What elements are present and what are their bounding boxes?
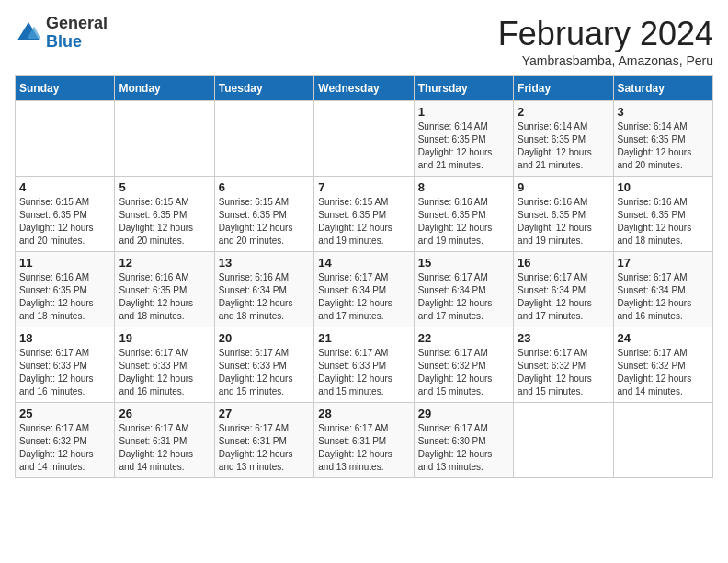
day-number: 7 <box>318 180 409 194</box>
day-number: 28 <box>318 407 409 420</box>
day-number: 6 <box>219 180 310 194</box>
day-number: 17 <box>618 256 709 270</box>
day-number: 2 <box>518 105 609 119</box>
header-thursday: Thursday <box>414 76 513 101</box>
day-info: Sunrise: 6:14 AM Sunset: 6:35 PM Dayligh… <box>418 121 509 172</box>
day-cell: 23Sunrise: 6:17 AM Sunset: 6:32 PM Dayli… <box>514 327 613 403</box>
day-number: 23 <box>518 331 609 345</box>
day-cell: 13Sunrise: 6:16 AM Sunset: 6:34 PM Dayli… <box>214 252 313 327</box>
day-cell: 3Sunrise: 6:14 AM Sunset: 6:35 PM Daylig… <box>613 101 712 177</box>
day-cell: 24Sunrise: 6:17 AM Sunset: 6:32 PM Dayli… <box>613 327 712 403</box>
logo-icon <box>15 19 42 47</box>
day-info: Sunrise: 6:16 AM Sunset: 6:35 PM Dayligh… <box>518 196 609 247</box>
day-info: Sunrise: 6:15 AM Sunset: 6:35 PM Dayligh… <box>318 196 409 247</box>
header-friday: Friday <box>514 76 613 101</box>
month-year: February 2024 <box>498 15 713 53</box>
day-cell: 29Sunrise: 6:17 AM Sunset: 6:30 PM Dayli… <box>414 403 513 478</box>
week-row-2: 11Sunrise: 6:16 AM Sunset: 6:35 PM Dayli… <box>16 252 713 327</box>
day-info: Sunrise: 6:14 AM Sunset: 6:35 PM Dayligh… <box>618 121 709 172</box>
day-info: Sunrise: 6:15 AM Sunset: 6:35 PM Dayligh… <box>219 196 310 247</box>
day-info: Sunrise: 6:17 AM Sunset: 6:31 PM Dayligh… <box>318 422 409 474</box>
day-cell: 11Sunrise: 6:16 AM Sunset: 6:35 PM Dayli… <box>16 252 115 327</box>
day-number: 12 <box>119 256 210 270</box>
day-number: 18 <box>19 331 110 345</box>
day-info: Sunrise: 6:17 AM Sunset: 6:34 PM Dayligh… <box>618 271 709 323</box>
header-sunday: Sunday <box>16 76 115 101</box>
day-cell: 19Sunrise: 6:17 AM Sunset: 6:33 PM Dayli… <box>115 327 214 403</box>
day-number: 14 <box>318 256 409 270</box>
day-info: Sunrise: 6:17 AM Sunset: 6:32 PM Dayligh… <box>518 347 609 398</box>
day-number: 21 <box>318 331 409 345</box>
day-number: 24 <box>618 331 709 345</box>
day-info: Sunrise: 6:17 AM Sunset: 6:33 PM Dayligh… <box>219 347 310 398</box>
day-cell: 16Sunrise: 6:17 AM Sunset: 6:34 PM Dayli… <box>514 252 613 327</box>
day-info: Sunrise: 6:17 AM Sunset: 6:33 PM Dayligh… <box>318 347 409 398</box>
day-cell: 15Sunrise: 6:17 AM Sunset: 6:34 PM Dayli… <box>414 252 513 327</box>
day-cell: 28Sunrise: 6:17 AM Sunset: 6:31 PM Dayli… <box>314 403 414 478</box>
header-wednesday: Wednesday <box>314 76 414 101</box>
day-info: Sunrise: 6:16 AM Sunset: 6:35 PM Dayligh… <box>418 196 509 247</box>
day-number: 11 <box>19 256 110 270</box>
day-info: Sunrise: 6:14 AM Sunset: 6:35 PM Dayligh… <box>518 121 609 172</box>
day-cell: 22Sunrise: 6:17 AM Sunset: 6:32 PM Dayli… <box>414 327 513 403</box>
day-cell: 2Sunrise: 6:14 AM Sunset: 6:35 PM Daylig… <box>514 101 613 177</box>
header-saturday: Saturday <box>613 76 712 101</box>
day-info: Sunrise: 6:17 AM Sunset: 6:32 PM Dayligh… <box>418 347 509 398</box>
day-cell <box>115 101 214 177</box>
day-number: 4 <box>19 180 110 194</box>
header-tuesday: Tuesday <box>214 76 313 101</box>
week-row-1: 4Sunrise: 6:15 AM Sunset: 6:35 PM Daylig… <box>16 177 713 252</box>
day-info: Sunrise: 6:17 AM Sunset: 6:34 PM Dayligh… <box>418 271 509 323</box>
day-number: 25 <box>19 407 110 420</box>
day-info: Sunrise: 6:17 AM Sunset: 6:33 PM Dayligh… <box>19 347 110 398</box>
day-info: Sunrise: 6:17 AM Sunset: 6:32 PM Dayligh… <box>19 422 110 474</box>
day-cell: 1Sunrise: 6:14 AM Sunset: 6:35 PM Daylig… <box>414 101 513 177</box>
day-cell: 9Sunrise: 6:16 AM Sunset: 6:35 PM Daylig… <box>514 177 613 252</box>
location: Yambrasbamba, Amazonas, Peru <box>498 53 713 68</box>
day-cell: 18Sunrise: 6:17 AM Sunset: 6:33 PM Dayli… <box>16 327 115 403</box>
day-number: 19 <box>119 331 210 345</box>
day-cell <box>214 101 313 177</box>
day-number: 15 <box>418 256 509 270</box>
day-info: Sunrise: 6:16 AM Sunset: 6:35 PM Dayligh… <box>19 271 110 323</box>
day-info: Sunrise: 6:17 AM Sunset: 6:34 PM Dayligh… <box>518 271 609 323</box>
day-number: 29 <box>418 407 509 420</box>
day-cell: 4Sunrise: 6:15 AM Sunset: 6:35 PM Daylig… <box>16 177 115 252</box>
day-cell: 7Sunrise: 6:15 AM Sunset: 6:35 PM Daylig… <box>314 177 414 252</box>
day-cell: 8Sunrise: 6:16 AM Sunset: 6:35 PM Daylig… <box>414 177 513 252</box>
day-number: 1 <box>418 105 509 119</box>
day-cell <box>16 101 115 177</box>
week-row-4: 25Sunrise: 6:17 AM Sunset: 6:32 PM Dayli… <box>16 403 713 478</box>
day-cell: 6Sunrise: 6:15 AM Sunset: 6:35 PM Daylig… <box>214 177 313 252</box>
day-cell: 5Sunrise: 6:15 AM Sunset: 6:35 PM Daylig… <box>115 177 214 252</box>
logo-general: General <box>46 15 108 33</box>
logo-blue: Blue <box>46 33 108 52</box>
day-cell: 17Sunrise: 6:17 AM Sunset: 6:34 PM Dayli… <box>613 252 712 327</box>
day-info: Sunrise: 6:17 AM Sunset: 6:33 PM Dayligh… <box>119 347 210 398</box>
day-number: 20 <box>219 331 310 345</box>
day-number: 10 <box>618 180 709 194</box>
week-row-0: 1Sunrise: 6:14 AM Sunset: 6:35 PM Daylig… <box>16 101 713 177</box>
day-number: 5 <box>119 180 210 194</box>
day-info: Sunrise: 6:16 AM Sunset: 6:35 PM Dayligh… <box>618 196 709 247</box>
day-cell: 26Sunrise: 6:17 AM Sunset: 6:31 PM Dayli… <box>115 403 214 478</box>
day-info: Sunrise: 6:16 AM Sunset: 6:35 PM Dayligh… <box>119 271 210 323</box>
day-cell: 14Sunrise: 6:17 AM Sunset: 6:34 PM Dayli… <box>314 252 414 327</box>
day-info: Sunrise: 6:17 AM Sunset: 6:32 PM Dayligh… <box>618 347 709 398</box>
day-info: Sunrise: 6:17 AM Sunset: 6:30 PM Dayligh… <box>418 422 509 474</box>
day-cell: 20Sunrise: 6:17 AM Sunset: 6:33 PM Dayli… <box>214 327 313 403</box>
header-row: SundayMondayTuesdayWednesdayThursdayFrid… <box>16 76 713 101</box>
day-cell <box>514 403 613 478</box>
week-row-3: 18Sunrise: 6:17 AM Sunset: 6:33 PM Dayli… <box>16 327 713 403</box>
day-cell: 27Sunrise: 6:17 AM Sunset: 6:31 PM Dayli… <box>214 403 313 478</box>
day-number: 8 <box>418 180 509 194</box>
day-number: 3 <box>618 105 709 119</box>
day-info: Sunrise: 6:16 AM Sunset: 6:34 PM Dayligh… <box>219 271 310 323</box>
day-info: Sunrise: 6:15 AM Sunset: 6:35 PM Dayligh… <box>19 196 110 247</box>
day-number: 27 <box>219 407 310 420</box>
day-number: 22 <box>418 331 509 345</box>
logo: General Blue <box>15 15 108 52</box>
day-info: Sunrise: 6:17 AM Sunset: 6:31 PM Dayligh… <box>219 422 310 474</box>
day-number: 26 <box>119 407 210 420</box>
day-info: Sunrise: 6:17 AM Sunset: 6:31 PM Dayligh… <box>119 422 210 474</box>
